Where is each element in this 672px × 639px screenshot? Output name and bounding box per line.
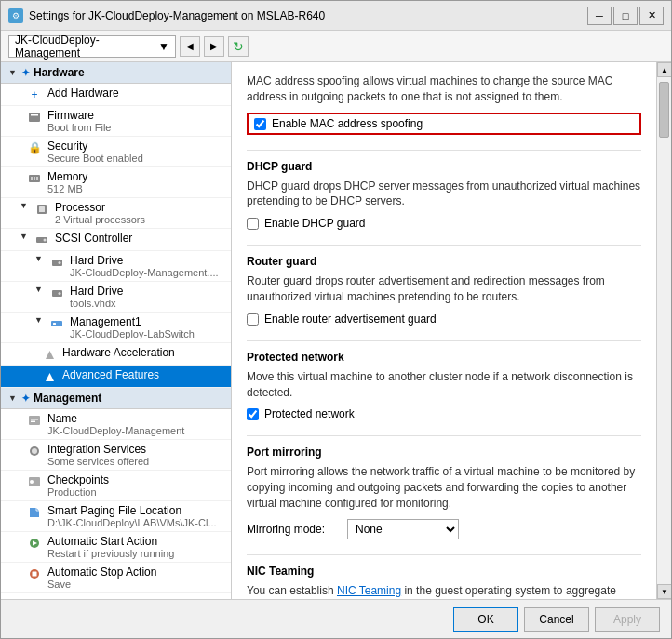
nic-teaming-desc: You can establish NIC Teaming in the gue… <box>247 583 641 599</box>
sidebar-item-hw-acceleration[interactable]: Hardware Acceleration <box>1 343 231 366</box>
vm-dropdown[interactable]: JK-CloudDeploy-Management ▼ <box>8 35 176 58</box>
maximize-button[interactable]: □ <box>613 7 638 25</box>
scrollbar[interactable]: ▲ ▼ <box>656 62 671 599</box>
dhcp-guard-label[interactable]: Enable DHCP guard <box>264 217 366 230</box>
svg-rect-19 <box>31 419 38 420</box>
sidebar-item-memory[interactable]: Memory 512 MB <box>1 167 231 198</box>
divider-1 <box>247 150 641 151</box>
dhcp-desc: DHCP guard drops DHCP server messages fr… <box>247 179 641 210</box>
adv-features-icon <box>42 369 57 384</box>
sidebar-item-integration-services[interactable]: Integration Services Some services offer… <box>1 440 231 471</box>
scroll-thumb[interactable] <box>659 82 669 138</box>
mirroring-mode-row: Mirroring mode: None Source Destination <box>247 519 641 539</box>
content-area: ▼ ✦ Hardware + Add Hardware Firmware Boo… <box>1 62 671 599</box>
processor-expand-icon: ▼ <box>20 201 29 210</box>
mac-spoof-checkbox[interactable] <box>254 118 266 130</box>
mgmt1-expand-icon: ▼ <box>34 315 44 325</box>
protected-net-checkbox[interactable] <box>247 408 259 420</box>
scroll-track[interactable] <box>657 77 671 584</box>
sidebar-item-checkpoints[interactable]: Checkpoints Production <box>1 471 231 501</box>
port-mirroring-title: Port mirroring <box>247 446 641 459</box>
sidebar-item-scsi[interactable]: ▼ SCSI Controller <box>1 229 231 251</box>
sidebar-item-smart-paging[interactable]: Smart Paging File Location D:\JK-CloudDe… <box>1 501 231 532</box>
sidebar-item-firmware[interactable]: Firmware Boot from File <box>1 106 231 137</box>
protected-checkbox-row: Protected network <box>247 407 641 420</box>
auto-start-icon <box>27 536 42 551</box>
svg-point-11 <box>58 261 60 264</box>
hardware-section-label: Hardware <box>34 66 85 79</box>
protected-title: Protected network <box>247 351 641 364</box>
memory-label: Memory <box>47 170 87 183</box>
router-guard-label[interactable]: Enable router advertisement guard <box>264 313 437 326</box>
add-hardware-icon: + <box>27 87 42 102</box>
router-desc: Router guard drops router advertisement … <box>247 273 641 305</box>
mac-spoof-label[interactable]: Enable MAC address spoofing <box>272 117 423 130</box>
apply-button[interactable]: Apply <box>595 607 660 632</box>
mac-desc: MAC address spoofing allows virtual mach… <box>247 73 641 105</box>
minimize-button[interactable]: ─ <box>587 7 612 25</box>
sidebar-item-hard-drive-1[interactable]: ▼ Hard Drive JK-CloudDeploy-Management..… <box>1 251 231 282</box>
sidebar-item-advanced-features[interactable]: Advanced Features <box>1 366 231 388</box>
settings-window: ⚙ Settings for JK-CloudDeploy-Management… <box>0 0 672 639</box>
integration-icon <box>27 444 42 459</box>
close-button[interactable]: ✕ <box>639 7 664 25</box>
ok-button[interactable]: OK <box>453 607 518 632</box>
sidebar: ▼ ✦ Hardware + Add Hardware Firmware Boo… <box>1 62 232 599</box>
nav-back-button[interactable]: ◀ <box>180 36 200 57</box>
svg-marker-17 <box>46 373 54 381</box>
hw-accel-icon <box>42 347 57 362</box>
mgmt1-icon <box>49 316 64 331</box>
router-guard-checkbox[interactable] <box>247 313 259 326</box>
sidebar-item-management1[interactable]: ▼ Management1 JK-CloudDeploy-LabSwitch <box>1 313 231 343</box>
main-panel: MAC address spoofing allows virtual mach… <box>232 62 656 599</box>
management-star-icon: ✦ <box>21 393 30 405</box>
sidebar-item-add-hardware[interactable]: + Add Hardware <box>1 84 231 106</box>
router-title: Router guard <box>247 255 641 268</box>
scsi-icon <box>34 233 49 247</box>
name-label: Name <box>47 412 184 425</box>
nic-teaming-section: NIC Teaming You can establish NIC Teamin… <box>247 565 641 599</box>
mirroring-mode-label: Mirroring mode: <box>247 523 340 536</box>
scsi-expand-icon: ▼ <box>20 232 29 241</box>
port-mirroring-desc: Port mirroring allows the network traffi… <box>247 464 641 511</box>
scroll-down-button[interactable]: ▼ <box>657 584 671 599</box>
nic-teaming-link[interactable]: NIC Teaming <box>337 584 401 597</box>
svg-point-22 <box>32 448 37 454</box>
management-expand-icon: ▼ <box>8 393 18 403</box>
hw-accel-label: Hardware Acceleration <box>62 346 175 359</box>
sidebar-item-security[interactable]: 🔒 Security Secure Boot enabled <box>1 137 231 167</box>
svg-rect-15 <box>53 323 56 325</box>
protected-net-label[interactable]: Protected network <box>264 407 355 420</box>
scroll-up-button[interactable]: ▲ <box>657 62 671 77</box>
dhcp-title: DHCP guard <box>247 160 641 173</box>
cancel-button[interactable]: Cancel <box>524 607 589 632</box>
mirroring-mode-select[interactable]: None Source Destination <box>347 519 459 539</box>
sidebar-item-name[interactable]: Name JK-CloudDeploy-Management <box>1 409 231 440</box>
hd2-expand-icon: ▼ <box>34 285 44 294</box>
divider-2 <box>247 245 641 246</box>
vm-name-label: JK-CloudDeploy-Management <box>15 33 158 60</box>
security-label: Security <box>47 140 143 153</box>
smart-paging-label: Smart Paging File Location <box>47 504 217 517</box>
sidebar-item-hard-drive-2[interactable]: ▼ Hard Drive tools.vhdx <box>1 282 231 313</box>
sidebar-item-auto-start[interactable]: Automatic Start Action Restart if previo… <box>1 532 231 563</box>
auto-stop-icon <box>27 566 42 581</box>
router-section: Router guard Router guard drops router a… <box>247 255 641 326</box>
svg-point-9 <box>44 239 47 242</box>
svg-rect-14 <box>51 321 62 326</box>
management-section-header[interactable]: ▼ ✦ Management <box>1 388 231 409</box>
nav-refresh-button[interactable]: ↻ <box>228 36 249 57</box>
sidebar-item-auto-stop[interactable]: Automatic Stop Action Save <box>1 563 231 593</box>
auto-stop-label: Automatic Stop Action <box>47 566 156 579</box>
dhcp-guard-checkbox[interactable] <box>247 218 259 230</box>
svg-rect-5 <box>36 177 38 180</box>
svg-rect-20 <box>31 421 35 423</box>
processor-icon <box>34 202 49 217</box>
nav-forward-button[interactable]: ▶ <box>204 36 224 57</box>
smart-paging-icon <box>27 505 42 520</box>
port-mirroring-section: Port mirroring Port mirroring allows the… <box>247 446 641 539</box>
hardware-section-header[interactable]: ▼ ✦ Hardware <box>1 62 231 84</box>
sidebar-item-processor[interactable]: ▼ Processor 2 Virtual processors <box>1 198 231 229</box>
firmware-label: Firmware <box>47 109 111 122</box>
window-icon: ⚙ <box>8 8 23 23</box>
